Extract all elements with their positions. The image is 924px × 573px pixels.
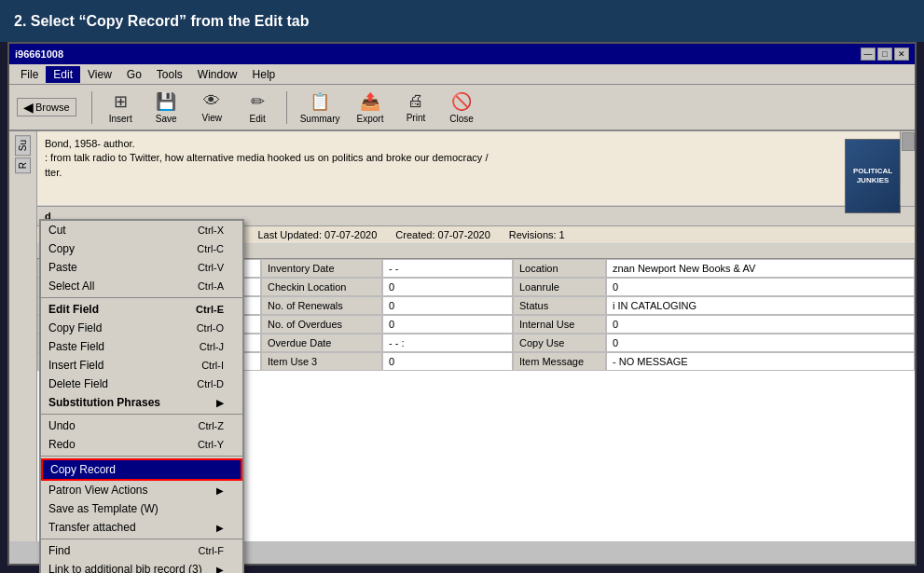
toolbar-export[interactable]: 📤 Export [349, 89, 391, 126]
export-icon: 📤 [360, 91, 380, 112]
record-author: Bond, 1958- author. [45, 137, 833, 151]
record-title: : from talk radio to Twitter, how altern… [45, 151, 833, 165]
toolbar-print[interactable]: 🖨 Print [394, 89, 436, 125]
field-label-5-2: Item Message [513, 352, 606, 371]
menu-item-copy-record[interactable]: Copy Record [41, 458, 242, 481]
main-window: i96661008 — □ ✕ File Edit View Go Tools … [7, 42, 917, 566]
field-label-4-1: Overdue Date [261, 334, 382, 352]
field-value-0-2: znan Newport New Books & AV [606, 259, 915, 278]
field-value-3-1: 0 [382, 315, 513, 334]
created-date: Created: 07-07-2020 [395, 229, 490, 240]
field-label-4-2: Copy Use [513, 334, 606, 352]
separator-4 [41, 539, 242, 539]
browse-button[interactable]: ◀ Browse [17, 98, 76, 116]
menu-help[interactable]: Help [245, 66, 283, 83]
field-value-5-2: - NO MESSAGE [606, 352, 915, 371]
menu-item-copy-field[interactable]: Copy Field Ctrl-O [41, 319, 242, 337]
maximize-button[interactable]: □ [877, 48, 892, 61]
field-value-1-1: 0 [382, 278, 513, 296]
menu-item-transfer-attached[interactable]: Transfer attached ▶ [41, 518, 242, 537]
toolbar: ◀ Browse ⊞ Insert 💾 Save 👁 View ✏ Edit 📋… [9, 85, 915, 131]
insert-icon: ⊞ [114, 91, 128, 112]
field-label-3-1: No. of Overdues [261, 315, 382, 334]
book-title-line1: POLITICALJUNKIES [851, 165, 894, 186]
menubar: File Edit View Go Tools Window Help [9, 64, 915, 85]
menu-item-edit-field[interactable]: Edit Field Ctrl-E [41, 300, 242, 319]
field-label-5-1: Item Use 3 [261, 352, 382, 371]
record-header: Bond, 1958- author. : from talk radio to… [37, 131, 915, 206]
titlebar-buttons: — □ ✕ [861, 48, 909, 61]
field-label-2-2: Status [513, 296, 606, 315]
field-label-3-2: Internal Use [513, 315, 606, 334]
field-label-1-1: Checkin Location [261, 278, 382, 296]
menu-go[interactable]: Go [119, 66, 149, 83]
menu-item-redo[interactable]: Redo Ctrl-Y [41, 435, 242, 454]
revisions: Revisions: 1 [509, 229, 565, 240]
menu-item-cut[interactable]: Cut Ctrl-X [41, 221, 242, 239]
toolbar-separator-1 [91, 91, 92, 124]
edit-icon: ✏ [251, 91, 265, 112]
separator-2 [41, 414, 242, 415]
instruction-text: 2. Select “Copy Record” from the Edit ta… [14, 13, 310, 30]
record-subtitle: tter. [45, 166, 833, 180]
toolbar-view[interactable]: 👁 View [191, 89, 233, 125]
menu-item-link-bib[interactable]: Link to additional bib record (3) ▶ [41, 560, 242, 573]
field-value-1-2: 0 [606, 278, 915, 296]
window-titlebar: i96661008 — □ ✕ [9, 44, 915, 64]
scrollbar-thumb [902, 132, 915, 151]
menu-window[interactable]: Window [190, 66, 245, 83]
field-label-2-1: No. of Renewals [261, 296, 382, 315]
minimize-button[interactable]: — [861, 48, 876, 61]
field-value-5-1: 0 [382, 352, 513, 371]
toolbar-save[interactable]: 💾 Save [145, 89, 187, 126]
menu-tools[interactable]: Tools [149, 66, 190, 83]
side-tab-r[interactable]: R [15, 157, 31, 173]
close-icon: 🚫 [451, 91, 472, 112]
view-icon: 👁 [203, 91, 220, 111]
menu-item-patron-view-actions[interactable]: Patron View Actions ▶ [41, 481, 242, 499]
close-button[interactable]: ✕ [894, 48, 909, 61]
record-scrollbar[interactable] [900, 131, 915, 205]
field-value-0-1: - - [382, 259, 513, 278]
content-area: Su R Bond, 1958- author. : from talk rad… [9, 131, 915, 541]
menu-item-delete-field[interactable]: Delete Field Ctrl-D [41, 375, 242, 393]
instruction-bar: 2. Select “Copy Record” from the Edit ta… [0, 0, 924, 42]
field-value-2-2: i IN CATALOGING [606, 296, 915, 315]
edit-dropdown-menu[interactable]: Cut Ctrl-X Copy Ctrl-C Paste Ctrl-V Sele… [39, 219, 244, 573]
field-value-4-1: - - : [382, 334, 513, 352]
menu-view[interactable]: View [80, 66, 119, 83]
separator-3 [41, 456, 242, 457]
book-thumbnail: POLITICALJUNKIES [845, 139, 901, 213]
field-value-4-2: 0 [606, 334, 915, 352]
menu-item-save-as-template[interactable]: Save as Template (W) [41, 499, 242, 518]
menu-item-substitution-phrases[interactable]: Substitution Phrases ▶ [41, 393, 242, 412]
summary-icon: 📋 [310, 91, 330, 112]
save-icon: 💾 [156, 91, 176, 112]
print-icon: 🖨 [407, 91, 424, 111]
toolbar-insert[interactable]: ⊞ Insert [100, 89, 142, 126]
separator-1 [41, 297, 242, 298]
last-updated: Last Updated: 07-07-2020 [257, 229, 377, 240]
menu-item-paste-field[interactable]: Paste Field Ctrl-J [41, 337, 242, 356]
toolbar-edit[interactable]: ✏ Edit [237, 89, 279, 126]
field-value-3-2: 0 [606, 315, 915, 334]
field-value-2-1: 0 [382, 296, 513, 315]
menu-file[interactable]: File [13, 66, 46, 83]
menu-item-select-all[interactable]: Select All Ctrl-A [41, 277, 242, 295]
menu-item-paste[interactable]: Paste Ctrl-V [41, 258, 242, 277]
toolbar-summary[interactable]: 📋 Summary [295, 89, 346, 126]
menu-item-copy[interactable]: Copy Ctrl-C [41, 239, 242, 258]
window-title: i96661008 [15, 48, 63, 60]
field-label-1-2: Loanrule [513, 278, 606, 296]
field-label-0-2: Location [513, 259, 606, 278]
side-tab-su[interactable]: Su [15, 135, 31, 156]
menu-item-find[interactable]: Find Ctrl-F [41, 541, 242, 560]
menu-edit[interactable]: Edit [46, 66, 80, 83]
toolbar-separator-2 [286, 91, 287, 124]
toolbar-close[interactable]: 🚫 Close [440, 89, 482, 126]
field-label-0-1: Inventory Date [261, 259, 382, 278]
menu-item-undo[interactable]: Undo Ctrl-Z [41, 416, 242, 435]
left-panel: Su R [9, 131, 37, 541]
menu-item-insert-field[interactable]: Insert Field Ctrl-I [41, 356, 242, 375]
